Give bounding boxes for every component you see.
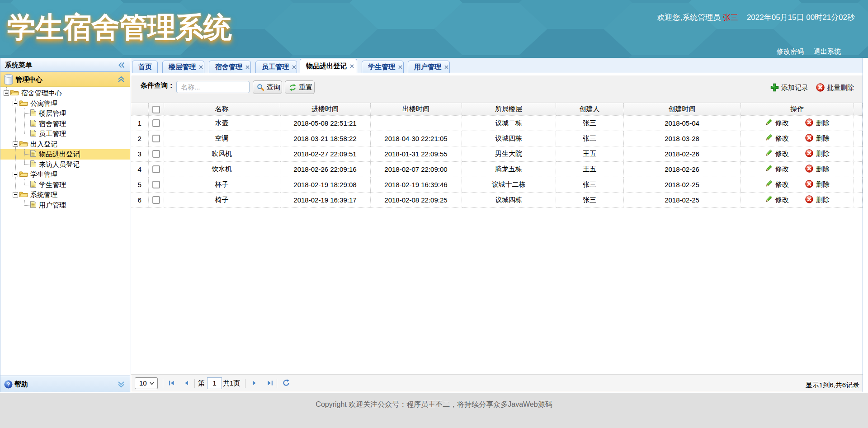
svg-text:?: ? bbox=[7, 381, 10, 388]
